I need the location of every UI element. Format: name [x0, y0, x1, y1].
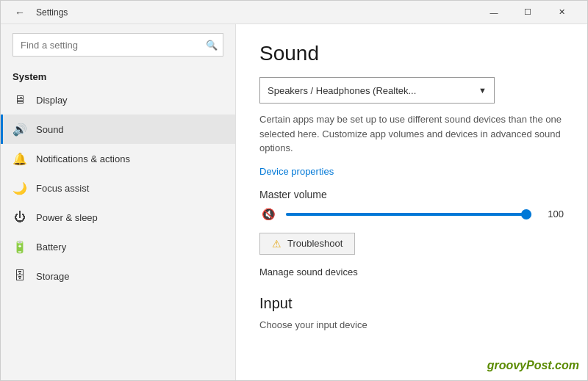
- sidebar: 🔍 System 🖥 Display 🔊 Sound 🔔 Notificatio…: [1, 24, 236, 380]
- chevron-down-icon: ▼: [478, 86, 487, 95]
- titlebar-title: Settings: [36, 7, 477, 18]
- troubleshoot-button[interactable]: ⚠ Troubleshoot: [259, 233, 355, 255]
- volume-value: 100: [540, 208, 564, 219]
- display-icon: 🖥: [12, 92, 27, 107]
- volume-slider[interactable]: [286, 213, 531, 216]
- volume-control: 🔇 100: [259, 208, 564, 221]
- warning-icon: ⚠: [272, 238, 282, 250]
- search-input[interactable]: [12, 33, 223, 57]
- content-area: Sound Speakers / Headphones (Realtek... …: [236, 24, 587, 380]
- sidebar-item-storage[interactable]: 🗄 Storage: [1, 261, 235, 291]
- sidebar-item-label-battery: Battery: [36, 242, 66, 253]
- sidebar-item-label-display: Display: [36, 95, 68, 106]
- sidebar-item-display[interactable]: 🖥 Display: [1, 85, 235, 115]
- sidebar-item-notifications[interactable]: 🔔 Notifications & actions: [1, 144, 235, 173]
- device-dropdown[interactable]: Speakers / Headphones (Realtek... ▼: [259, 77, 495, 104]
- device-dropdown-value: Speakers / Headphones (Realtek...: [268, 85, 478, 96]
- sidebar-item-sound[interactable]: 🔊 Sound: [1, 115, 235, 144]
- volume-thumb[interactable]: [521, 209, 531, 219]
- sidebar-item-label-storage: Storage: [36, 271, 70, 282]
- system-label: System: [1, 65, 235, 85]
- focus-icon: 🌙: [12, 181, 27, 195]
- search-icon: 🔍: [206, 40, 218, 51]
- mute-icon[interactable]: 🔇: [259, 208, 277, 221]
- settings-window: ← Settings — ☐ ✕ 🔍 System 🖥 Display 🔊 So…: [0, 0, 588, 381]
- battery-icon: 🔋: [12, 239, 27, 254]
- sound-icon: 🔊: [12, 122, 27, 137]
- sidebar-item-label-sound: Sound: [36, 124, 64, 135]
- sidebar-item-battery[interactable]: 🔋 Battery: [1, 232, 235, 261]
- minimize-button[interactable]: —: [477, 1, 511, 24]
- sidebar-item-label-notifications: Notifications & actions: [36, 153, 130, 164]
- description-text: Certain apps may be set up to use differ…: [259, 112, 564, 156]
- sidebar-item-label-power: Power & sleep: [36, 212, 98, 223]
- device-properties-link[interactable]: Device properties: [259, 166, 334, 177]
- choose-input-label: Choose your input device: [259, 319, 564, 330]
- sidebar-item-focus[interactable]: 🌙 Focus assist: [1, 173, 235, 203]
- maximize-button[interactable]: ☐: [511, 1, 545, 24]
- volume-fill: [286, 213, 531, 216]
- sidebar-item-label-focus: Focus assist: [36, 183, 89, 194]
- manage-sound-devices-link[interactable]: Manage sound devices: [259, 266, 358, 277]
- page-title: Sound: [259, 42, 564, 65]
- main-layout: 🔍 System 🖥 Display 🔊 Sound 🔔 Notificatio…: [1, 24, 587, 380]
- storage-icon: 🗄: [12, 269, 27, 283]
- troubleshoot-label: Troubleshoot: [287, 238, 343, 249]
- master-volume-label: Master volume: [259, 189, 564, 200]
- input-title: Input: [259, 295, 564, 312]
- notifications-icon: 🔔: [12, 151, 27, 166]
- back-button[interactable]: ←: [10, 2, 30, 23]
- window-controls: — ☐ ✕: [477, 1, 578, 24]
- sidebar-item-power[interactable]: ⏻ Power & sleep: [1, 203, 235, 232]
- search-container: 🔍: [12, 33, 223, 57]
- close-button[interactable]: ✕: [545, 1, 578, 24]
- titlebar: ← Settings — ☐ ✕: [1, 1, 587, 24]
- power-icon: ⏻: [12, 210, 27, 225]
